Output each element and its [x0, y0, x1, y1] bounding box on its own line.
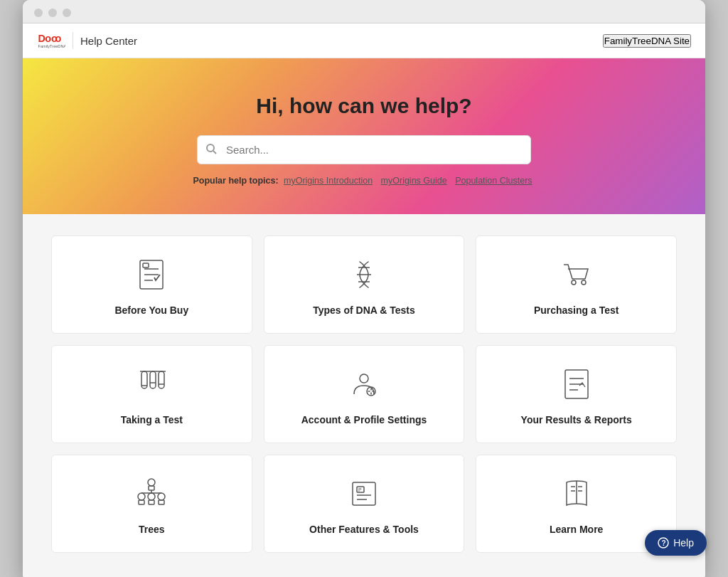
svg-point-14: [572, 280, 576, 285]
svg-text:?: ?: [662, 539, 666, 547]
search-icon: [205, 143, 217, 157]
search-input[interactable]: [197, 135, 531, 164]
search-bar-container: [197, 135, 531, 164]
popular-label: Popular help topics:: [193, 176, 278, 186]
card-account-profile[interactable]: Account & Profile Settings: [264, 345, 465, 443]
svg-point-33: [158, 493, 165, 500]
checklist-icon: [134, 258, 168, 295]
card-results-reports[interactable]: Your Results & Reports: [476, 345, 677, 443]
popular-topics: Popular help topics: myOrigins Introduct…: [37, 176, 691, 186]
nav-title: Help Center: [80, 35, 137, 47]
card-trees-label: Trees: [139, 524, 165, 535]
browser-window: D oo o FamilyTreeDNA Help Center FamilyT…: [23, 0, 705, 577]
svg-rect-10: [143, 263, 149, 268]
logo: D oo o FamilyTreeDNA: [37, 31, 65, 51]
svg-point-23: [360, 374, 368, 383]
main-content: Before You Buy Types of DNA & Tests: [23, 214, 705, 577]
browser-dot-close: [34, 9, 43, 17]
hero-heading: Hi, how can we help?: [37, 94, 691, 118]
card-taking-test[interactable]: Taking a Test: [51, 345, 252, 443]
help-button-label: Help: [673, 537, 694, 549]
logo-icon: D oo o FamilyTreeDNA: [37, 31, 65, 51]
help-button[interactable]: ? Help: [645, 530, 707, 556]
svg-text:FamilyTreeDNA: FamilyTreeDNA: [38, 44, 65, 48]
svg-rect-36: [149, 500, 154, 504]
browser-dot-min: [48, 9, 57, 17]
card-before-you-buy-label: Before You Buy: [114, 305, 188, 316]
svg-rect-34: [159, 500, 164, 504]
svg-point-31: [138, 493, 145, 500]
dna-icon: [347, 258, 381, 295]
card-purchasing-test-label: Purchasing a Test: [534, 305, 619, 316]
site-link-button[interactable]: FamilyTreeDNA Site: [603, 34, 691, 48]
popular-link-3[interactable]: Population Clusters: [455, 176, 532, 186]
card-types-of-dna[interactable]: Types of DNA & Tests: [264, 235, 465, 334]
svg-point-4: [207, 144, 214, 152]
card-learn-more-label: Learn More: [550, 524, 603, 535]
people-tree-icon: [134, 477, 168, 514]
svg-line-5: [213, 151, 216, 154]
card-taking-test-label: Taking a Test: [121, 414, 183, 425]
card-before-you-buy[interactable]: Before You Buy: [51, 235, 252, 334]
gear-person-icon: [347, 367, 381, 404]
tubes-icon: [134, 367, 168, 404]
svg-text:P: P: [358, 487, 362, 492]
svg-rect-18: [159, 371, 164, 388]
book-icon: [560, 477, 594, 514]
svg-rect-32: [139, 500, 144, 504]
card-types-of-dna-label: Types of DNA & Tests: [313, 305, 415, 316]
nav-divider: [73, 32, 73, 49]
popular-link-1[interactable]: myOrigins Introduction: [284, 176, 373, 186]
svg-point-35: [148, 493, 155, 500]
cart-icon: [560, 258, 594, 295]
browser-dot-max: [63, 9, 71, 17]
projects-icon: P: [347, 477, 381, 514]
browser-chrome: [23, 0, 705, 23]
svg-point-29: [148, 479, 155, 486]
help-circle-icon: ?: [658, 537, 669, 549]
card-other-features-label: Other Features & Tools: [309, 524, 419, 535]
card-trees[interactable]: Trees: [51, 455, 252, 553]
report-icon: [560, 367, 594, 404]
nav-bar: D oo o FamilyTreeDNA Help Center FamilyT…: [23, 23, 705, 58]
card-other-features[interactable]: P Other Features & Tools: [264, 455, 465, 553]
card-results-reports-label: Your Results & Reports: [521, 414, 632, 425]
nav-left: D oo o FamilyTreeDNA Help Center: [37, 31, 137, 51]
svg-text:o: o: [55, 33, 62, 44]
svg-rect-42: [353, 482, 375, 505]
svg-point-15: [582, 280, 586, 285]
nav-right: FamilyTreeDNA Site: [603, 34, 691, 48]
card-purchasing-test[interactable]: Purchasing a Test: [476, 235, 677, 334]
svg-rect-30: [149, 486, 154, 490]
popular-link-2[interactable]: myOrigins Guide: [381, 176, 447, 186]
svg-rect-17: [150, 371, 156, 388]
card-account-profile-label: Account & Profile Settings: [301, 414, 427, 425]
cards-grid: Before You Buy Types of DNA & Tests: [51, 235, 677, 553]
hero-section: Hi, how can we help? Popular help topics…: [23, 58, 705, 214]
